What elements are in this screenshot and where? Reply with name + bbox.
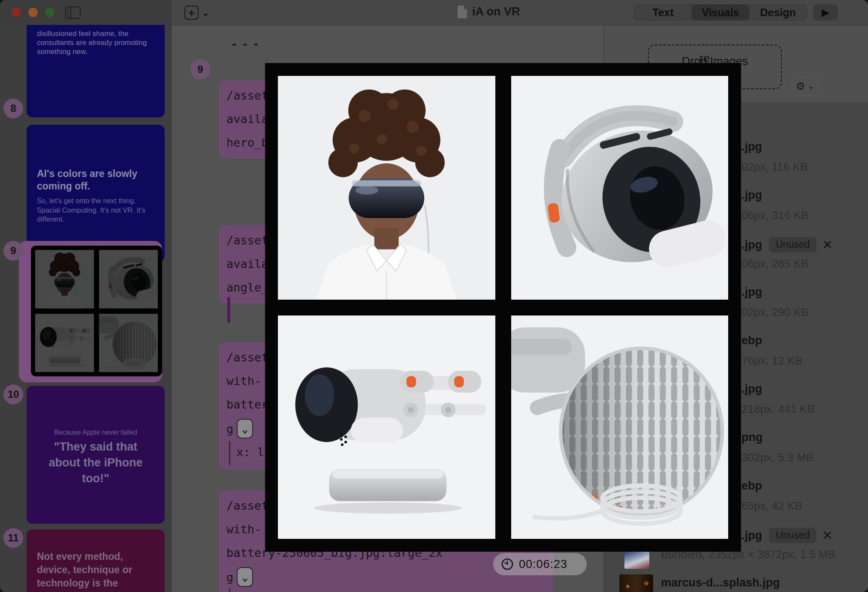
slide-text-line: disillusioned feel shame, the [37, 29, 154, 38]
slide-body: So, let's get onto the next thing. Spaci… [37, 196, 154, 224]
slide-text-line: consultants are already promoting [37, 38, 154, 47]
code-line: g [226, 417, 233, 441]
file-row[interactable]: marcus-d...splash.jpg [604, 576, 868, 592]
file-meta: 302px, 5.3 MB [741, 451, 814, 464]
close-icon[interactable]: ✕ [822, 528, 832, 543]
unused-badge: Unused [769, 528, 817, 543]
slide-headline: AI's colors are slowly coming off. [37, 168, 144, 192]
window-title: iA on VR [472, 5, 520, 18]
plus-icon: + [184, 6, 199, 20]
mode-tabs: Text Visuals Design [634, 4, 807, 21]
editor-slide-badge: 9 [190, 60, 210, 79]
file-meta: 65px, 42 KB [741, 499, 802, 513]
file-meta: 06px, 285 KB [741, 257, 808, 270]
indent-guide [229, 589, 230, 592]
file-name: .jpg [741, 382, 762, 396]
image-lightbox[interactable] [265, 63, 741, 552]
file-thumbnail [619, 574, 653, 592]
file-meta: 06px, 316 KB [741, 209, 808, 222]
file-name: .jpg [741, 140, 762, 153]
gear-icon: ⚙ [796, 80, 805, 92]
chevron-down-icon: ⌄ [808, 82, 814, 91]
tab-visuals[interactable]: Visuals [692, 5, 749, 20]
file-meta: 02px, 290 KB [741, 306, 808, 319]
slide-divider: --- [231, 37, 263, 51]
slide-number-10: 10 [3, 385, 23, 404]
slide-body: Not every method, device, technique or t… [37, 550, 154, 592]
file-name: ebp [741, 334, 762, 347]
slide-number-8: 8 [3, 99, 23, 118]
close-icon[interactable]: ✕ [822, 237, 832, 252]
thumb-vision-pro-rear-angle [99, 250, 158, 309]
title-bar-sidebar-section [0, 0, 172, 25]
code-line: g [226, 565, 233, 589]
timer-value: 00:06:23 [519, 558, 567, 571]
file-meta: 218px, 441 KB [741, 403, 815, 416]
file-name: .jpg Unused ✕ [741, 528, 833, 543]
thumb-vision-pro-portrait [35, 250, 94, 309]
slide-number-11: 11 [3, 528, 23, 548]
minimize-window-button[interactable] [28, 8, 38, 17]
slide-thumbnail-9[interactable] [31, 246, 162, 376]
file-name: .jpg Unused ✕ [741, 237, 833, 252]
close-window-button[interactable] [12, 8, 21, 17]
title-bar: + ⌄ iA on VR Text Visuals Design ▶ [0, 0, 868, 25]
slide-number-9: 9 [3, 241, 23, 261]
window-title-group: iA on VR [458, 5, 520, 18]
file-meta: 76px, 12 KB [741, 354, 802, 367]
tab-text[interactable]: Text [634, 5, 692, 20]
presentation-timer: 00:06:23 [493, 553, 587, 575]
file-name: ebp [741, 479, 762, 493]
lightbox-image-vision-pro-side-battery[interactable] [278, 316, 495, 539]
play-presentation-button[interactable]: ▶ [813, 4, 838, 21]
document-icon [458, 6, 467, 18]
file-name: .jpg [741, 189, 762, 202]
slide-thumbnail-11[interactable]: Not every method, device, technique or t… [27, 529, 165, 592]
new-slide-button[interactable]: + ⌄ [184, 6, 209, 20]
slide-thumbnail-10[interactable]: Because Apple never failed "They said th… [27, 386, 165, 524]
panel-settings-button[interactable]: ⚙ ⌄ [792, 77, 818, 96]
zoom-window-button[interactable] [45, 8, 54, 17]
text-caret [227, 297, 230, 323]
play-icon: ▶ [822, 6, 829, 18]
disclosure-chevron-button[interactable]: ⌄ [237, 567, 253, 587]
lightbox-image-vision-pro-rear-angle[interactable] [511, 76, 729, 300]
slide-kicker: Because Apple never failed [27, 429, 165, 436]
clock-icon [501, 558, 514, 571]
slide-thumbnail-7[interactable]: disillusioned feel shame, the consultant… [27, 25, 165, 117]
slide-quote: "They said that about the iPhone too!" [27, 439, 165, 487]
thumb-vision-pro-side-battery [35, 314, 94, 373]
lightbox-image-vision-pro-knit-band[interactable] [511, 316, 729, 539]
thumb-vision-pro-knit-band [99, 314, 158, 373]
sidebar-toggle-icon[interactable] [65, 6, 81, 19]
file-meta: 02px, 116 KB [741, 160, 808, 174]
lightbox-image-vision-pro-portrait[interactable] [278, 76, 495, 300]
file-name: marcus-d...splash.jpg [661, 576, 780, 589]
slide-text-line: something new. [37, 47, 154, 56]
unused-badge: Unused [769, 237, 817, 252]
app-window: disillusioned feel shame, the consultant… [0, 0, 868, 592]
chevron-down-icon: ⌄ [202, 7, 209, 18]
disclosure-chevron-button[interactable]: ⌄ [237, 419, 253, 439]
tab-design[interactable]: Design [749, 5, 807, 20]
file-name: .jpg [741, 285, 762, 299]
file-name: png [741, 431, 763, 444]
slide-sidebar: disillusioned feel shame, the consultant… [0, 25, 172, 592]
